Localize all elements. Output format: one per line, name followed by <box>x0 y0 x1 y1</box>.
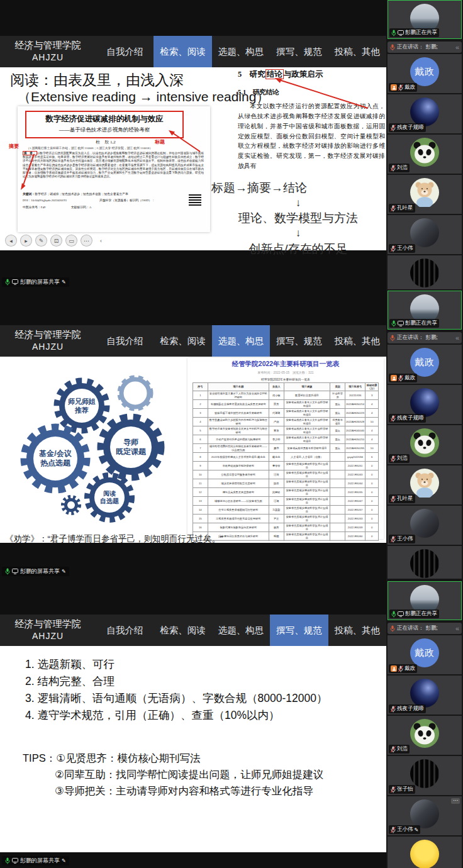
screenshot-section-1: 经济与管理学院 AHJZU 自我介绍 检索、阅读 选题、构思 撰写、规范 投稿、… <box>0 0 463 289</box>
tab-submit[interactable]: 投稿、其他 <box>328 325 386 357</box>
participant-tile[interactable]: 戴政 戴政 <box>388 345 462 384</box>
participant-tile[interactable]: ⋯ 王小伟✎ <box>388 796 462 835</box>
mic-muted-icon <box>391 205 396 212</box>
tab-submit[interactable]: 投稿、其他 <box>328 36 386 67</box>
toolbar-camera-button[interactable]: ▭ <box>65 235 77 247</box>
writing-requirements-list: 1. 选题新颖、可行 2. 结构完整、合理 3. 逻辑清晰、语句通顺（无语病）、… <box>25 656 327 725</box>
tab-intro[interactable]: 自我介绍 <box>96 36 153 67</box>
svg-text:推荐: 推荐 <box>74 406 89 414</box>
avatar-initials: 戴政 <box>410 638 439 667</box>
participant-tile-sharer[interactable]: 彭鹏正在共享 <box>388 0 462 39</box>
avatar-anime <box>410 509 439 538</box>
mic-muted-icon <box>391 455 396 462</box>
tab-search-reading[interactable]: 检索、阅读 <box>153 325 211 357</box>
slide-navbar: 经济与管理学院 AHJZU 自我介绍 检索、阅读 选题、构思 撰写、规范 投稿、… <box>0 36 386 67</box>
annotate-pen-icon[interactable]: ✎ <box>62 858 66 864</box>
paper-abstract: 摘 要：以数字经济运行的资源配置效应为切入点，以绿色技术进步视角阐释数字经济促进… <box>23 152 204 179</box>
meeting-window: 经济与管理学院 AHJZU 自我介绍 检索、阅读 选题、构思 撰写、规范 投稿、… <box>0 0 463 868</box>
participant-tile[interactable]: 刘浩 <box>388 716 462 755</box>
participant-tile-partial[interactable] <box>388 837 462 868</box>
table-meta: 发布时间：2022-05-15 浏览次数：321 <box>187 370 384 374</box>
toolbar-play-button[interactable]: ▸ <box>20 235 32 247</box>
qr-code <box>189 193 201 206</box>
toolbar-pen-button[interactable]: ✎ <box>35 235 47 247</box>
tab-topic[interactable]: 选题、构思 <box>212 615 270 646</box>
tab-writing[interactable]: 撰写、规范 <box>270 325 328 357</box>
participant-tile-partial[interactable] <box>388 546 462 579</box>
tab-writing[interactable]: 撰写、规范 <box>270 615 328 646</box>
share-badge-label: 彭鹏的屏幕共享 <box>20 567 60 576</box>
tab-intro[interactable]: 自我介绍 <box>96 325 153 357</box>
shared-screen: 经济与管理学院 AHJZU 自我介绍 检索、阅读 选题、构思 撰写、规范 投稿、… <box>0 0 386 289</box>
host-icon <box>391 84 397 91</box>
participant-tile[interactable]: 残夜子规啼 <box>388 385 462 424</box>
participant-tile-sharer[interactable]: 彭鹏正在共享 <box>388 581 462 620</box>
participant-tile[interactable]: 张子怡 <box>388 756 462 795</box>
annotate-pen-icon[interactable]: ✎ <box>62 569 66 574</box>
paper-clc: 中图分类号：F49 <box>23 205 45 209</box>
participant-tile[interactable]: 孔叶星 <box>388 465 462 504</box>
participant-tile-sharer[interactable]: 彭鹏正在共享 <box>388 291 462 330</box>
toolbar-more-button[interactable]: ⋯ <box>81 235 92 247</box>
participant-name: 残夜子规啼 <box>397 415 424 422</box>
conclusion-subheading: 5.1 研究结论 <box>238 88 385 97</box>
participant-tile[interactable]: 刘浩 <box>388 425 462 464</box>
toolbar-prev-button[interactable]: ◂ <box>5 235 17 247</box>
tips-head: TIPS： <box>23 750 56 767</box>
paper-osid: 开放科学（资源服务）标识码（OSID）： <box>99 198 155 202</box>
participant-tile[interactable]: 残夜子规啼 <box>388 94 462 133</box>
nav-tabs: 自我介绍 检索、阅读 选题、构思 撰写、规范 投稿、其他 <box>96 36 386 67</box>
participant-tile[interactable]: 王小伟 <box>388 506 462 545</box>
table-row: 1安全韧性城市重大事故下人群行为安全风险管控机理研究何小钢教育部行业委托项目社会… <box>193 391 379 400</box>
mic-muted-icon <box>391 786 396 793</box>
projects-table-card: 经管学院2022年主要科研项目一览表 发布时间：2022-05-15 浏览次数：… <box>187 358 384 539</box>
speaking-prefix: 正在讲话： <box>397 43 424 51</box>
screen-icon <box>12 279 18 285</box>
participant-name: 戴政 <box>404 665 415 672</box>
toolbar-collapse-button[interactable]: ‹ <box>96 235 106 246</box>
mic-muted-icon <box>391 536 396 543</box>
tab-intro[interactable]: 自我介绍 <box>96 615 153 646</box>
avatar-initials: 戴政 <box>410 348 439 377</box>
abstract-text: 以数字经济运行的资源配置效应为切入点，以绿色技术进步视角阐释数字经济促进碳减排的… <box>23 152 204 178</box>
collapse-icon[interactable]: « <box>455 43 459 51</box>
screen-share-badge[interactable]: 彭鹏的屏幕共享 ✎ <box>2 277 69 287</box>
toolbar-magnifier-button[interactable]: ⊡ <box>50 235 62 247</box>
participant-name: 刘浩 <box>397 745 408 753</box>
collapse-icon[interactable]: « <box>455 625 459 632</box>
screen-share-badge[interactable]: 彭鹏的屏幕共享 ✎ <box>2 567 69 576</box>
table-inner-title: 经管学院2022年主要科研项目一览表 <box>192 377 379 381</box>
annotate-pen-icon[interactable]: ✎ <box>62 279 66 285</box>
conclusion-paragraph: 本文以数字经济运行的资源配置效应为切入点，从绿色技术进步视角阐释数字经济发展促进… <box>238 101 385 171</box>
participant-tile[interactable]: 刘浩 <box>388 135 462 174</box>
projects-table: 序号项目名称负责人项目来源类别项目批准号科研经费（万） 1安全韧性城市重大事故下… <box>192 382 379 541</box>
tab-search-reading[interactable]: 检索、阅读 <box>153 615 211 646</box>
presenter-toolbar: ◂ ▸ ✎ ⊡ ▭ ⋯ ‹ <box>5 235 106 247</box>
table-row: 14住宅工程质量保修期限可行性研究马新新安徽省住房城乡建设科学技术计划项目202… <box>193 506 379 515</box>
participant-tile[interactable]: 王小伟 <box>388 215 462 254</box>
tab-topic[interactable]: 选题、构思 <box>212 325 270 357</box>
participant-tile[interactable]: 残夜子规啼 <box>388 676 462 715</box>
participant-name: 彭鹏正在共享 <box>405 320 437 327</box>
participant-tile[interactable]: 戴政 戴政 <box>388 635 462 674</box>
tab-search-reading[interactable]: 检索、阅读 <box>153 36 211 67</box>
participant-name: 残夜子规啼 <box>397 705 424 713</box>
tile-more-button[interactable]: ⋯ <box>451 798 460 804</box>
paper-affiliation: （1.浙商银行博士后科研工作站，浙江 杭州 310006；2.浙江大学 经济学院… <box>26 146 196 150</box>
participant-tile-partial[interactable] <box>388 255 462 289</box>
table-row: 16装配式建筑装配率绿色发展研究杨芳安徽省住房城乡建设科学技术计划项目2022-… <box>193 523 379 532</box>
tab-topic[interactable]: 选题、构思 <box>212 36 270 67</box>
avatar-galaxy <box>410 388 439 417</box>
screen-share-badge[interactable]: 彭鹏的屏幕共享 ✎ <box>2 856 69 865</box>
mic-muted-icon <box>391 245 396 252</box>
rename-pen-icon: ✎ <box>415 827 419 833</box>
tab-writing[interactable]: 撰写、规范 <box>270 36 328 67</box>
participant-tile[interactable]: 孔叶星 <box>388 175 462 214</box>
participant-tile[interactable]: 戴政 戴政 <box>388 54 462 93</box>
svg-text:阅读: 阅读 <box>103 490 116 497</box>
host-icon <box>391 375 397 381</box>
collapse-icon[interactable]: « <box>455 334 459 342</box>
tab-submit[interactable]: 投稿、其他 <box>328 615 386 646</box>
table-row: 82022年校级学科建设人才学术资助项目-戴亮亮戴亮亮人才项目-人才项目（自筹）… <box>193 453 379 462</box>
brand-line2: AHJZU <box>0 341 96 353</box>
